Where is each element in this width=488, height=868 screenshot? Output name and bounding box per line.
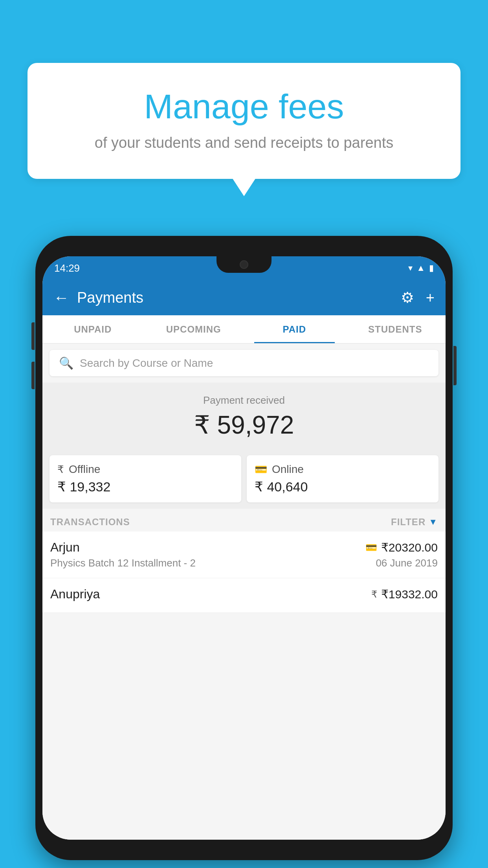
transaction-date: 06 June 2019	[376, 557, 438, 569]
app-bar: ← Payments ⚙ +	[42, 280, 446, 315]
transactions-header: TRANSACTIONS FILTER ▼	[42, 509, 446, 531]
transaction-course: Physics Batch 12 Installment - 2	[50, 557, 196, 569]
payment-received-label: Payment received	[50, 394, 438, 406]
speech-bubble-title: Manage fees	[47, 86, 441, 127]
online-label: Online	[272, 463, 304, 476]
online-card-header: 💳 Online	[255, 463, 431, 476]
transaction-amount: ₹19332.00	[381, 587, 438, 601]
payment-cards-row: ₹ Offline ₹ 19,332 💳 Online ₹ 40,640	[42, 449, 446, 509]
offline-label: Offline	[69, 463, 100, 476]
notch	[216, 256, 272, 273]
transaction-top-row: Anupriya ₹ ₹19332.00	[50, 587, 438, 601]
offline-icon: ₹	[57, 463, 64, 476]
payment-received-section: Payment received ₹ 59,972	[42, 383, 446, 449]
tabs-bar: UNPAID UPCOMING PAID STUDENTS	[42, 315, 446, 344]
settings-button[interactable]: ⚙	[401, 289, 414, 306]
filter-label: FILTER	[391, 517, 426, 528]
card-payment-icon: 💳	[365, 542, 377, 553]
add-button[interactable]: +	[426, 289, 435, 306]
phone-shell: 14:29 ▾ ▲ ▮ ← Payments ⚙ + UNPAID UPCOMI…	[35, 236, 453, 860]
transaction-amount-row: 💳 ₹20320.00	[365, 541, 438, 554]
search-icon: 🔍	[59, 356, 73, 370]
transaction-row[interactable]: Anupriya ₹ ₹19332.00	[42, 578, 446, 613]
speech-bubble-subtitle: of your students and send receipts to pa…	[47, 134, 441, 151]
search-input[interactable]: Search by Course or Name	[80, 357, 213, 370]
online-payment-card: 💳 Online ₹ 40,640	[247, 455, 438, 502]
online-icon: 💳	[255, 463, 267, 476]
back-button[interactable]: ←	[53, 289, 69, 307]
search-bar[interactable]: 🔍 Search by Course or Name	[50, 350, 438, 376]
transactions-label: TRANSACTIONS	[50, 517, 130, 528]
signal-icon: ▲	[416, 263, 425, 273]
speech-bubble: Manage fees of your students and send re…	[28, 63, 460, 179]
battery-icon: ▮	[429, 263, 434, 273]
tab-unpaid[interactable]: UNPAID	[42, 315, 143, 343]
transaction-amount: ₹20320.00	[381, 541, 438, 554]
camera	[240, 260, 248, 269]
transaction-name: Arjun	[50, 540, 80, 555]
transaction-bottom-row: Physics Batch 12 Installment - 2 06 June…	[50, 557, 438, 569]
online-amount: ₹ 40,640	[255, 479, 431, 495]
app-bar-actions: ⚙ +	[401, 289, 435, 306]
offline-card-header: ₹ Offline	[57, 463, 233, 476]
transaction-top-row: Arjun 💳 ₹20320.00	[50, 540, 438, 555]
phone-screen: 14:29 ▾ ▲ ▮ ← Payments ⚙ + UNPAID UPCOMI…	[42, 256, 446, 840]
wifi-icon: ▾	[408, 263, 413, 273]
tab-upcoming[interactable]: UPCOMING	[143, 315, 244, 343]
volume-up-button	[31, 322, 35, 350]
offline-payment-card: ₹ Offline ₹ 19,332	[50, 455, 241, 502]
transaction-name: Anupriya	[50, 587, 100, 601]
cash-payment-icon: ₹	[371, 589, 377, 600]
tab-students[interactable]: STUDENTS	[345, 315, 446, 343]
power-button	[453, 346, 457, 385]
content-area: 🔍 Search by Course or Name Payment recei…	[42, 344, 446, 840]
payment-received-amount: ₹ 59,972	[50, 410, 438, 440]
transaction-amount-row: ₹ ₹19332.00	[371, 587, 438, 601]
status-icons: ▾ ▲ ▮	[408, 263, 434, 273]
tab-paid[interactable]: PAID	[244, 315, 345, 343]
status-time: 14:29	[54, 262, 80, 274]
filter-icon: ▼	[429, 517, 438, 527]
transaction-row[interactable]: Arjun 💳 ₹20320.00 Physics Batch 12 Insta…	[42, 531, 446, 578]
offline-amount: ₹ 19,332	[57, 479, 233, 495]
app-title: Payments	[77, 289, 393, 306]
volume-down-button	[31, 362, 35, 389]
filter-button[interactable]: FILTER ▼	[391, 517, 438, 528]
